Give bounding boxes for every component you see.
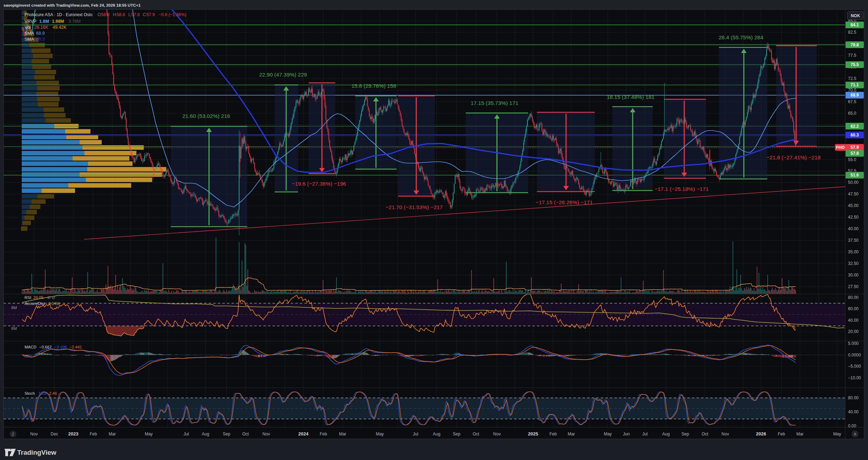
svg-text:Jul: Jul <box>413 432 418 436</box>
svg-text:Sep: Sep <box>453 432 460 436</box>
svg-text:Jun: Jun <box>623 432 630 436</box>
svg-text:Sep: Sep <box>223 432 230 436</box>
svg-text:17.15 (35.73%) 171: 17.15 (35.73%) 171 <box>471 100 518 106</box>
svg-text:Oct: Oct <box>242 432 249 436</box>
svg-text:MACD: MACD <box>25 345 36 349</box>
svg-text:Aug: Aug <box>662 432 669 436</box>
svg-text:40.00: 40.00 <box>848 226 859 231</box>
svg-text:C: C <box>143 12 146 17</box>
svg-text:67.5: 67.5 <box>848 99 856 104</box>
svg-text:−21.70 (−31.53%) −217: −21.70 (−31.53%) −217 <box>385 204 443 210</box>
svg-text:58.8: 58.8 <box>116 12 125 17</box>
svg-text:−0.667: −0.667 <box>39 345 52 349</box>
svg-text:−17.15 (−26.26%) −171: −17.15 (−26.26%) −171 <box>536 199 593 205</box>
svg-text:Feb: Feb <box>320 432 327 436</box>
svg-text:A: A <box>854 432 856 436</box>
svg-text:RSI: RSI <box>25 295 31 300</box>
svg-text:18.15 (37.48%) 181: 18.15 (37.48%) 181 <box>607 94 654 100</box>
svg-text:79.8: 79.8 <box>850 42 859 47</box>
svg-text:Z: Z <box>12 432 14 436</box>
svg-text:Feb: Feb <box>550 432 557 436</box>
svg-text:Dec: Dec <box>51 432 58 436</box>
svg-text:Feb: Feb <box>778 432 785 436</box>
svg-text:L: L <box>128 12 131 17</box>
svg-text:35.00: 35.00 <box>848 249 859 254</box>
svg-text:28.4 (55.75%) 284: 28.4 (55.75%) 284 <box>719 34 763 40</box>
svg-text:Mar: Mar <box>339 432 346 436</box>
svg-text:Stoch: Stoch <box>25 391 35 395</box>
svg-text:1.8M: 1.8M <box>39 19 49 24</box>
svg-text:84.1: 84.1 <box>850 22 859 27</box>
svg-text:32.50: 32.50 <box>848 261 859 266</box>
svg-text:Mar: Mar <box>796 432 804 436</box>
svg-text:May: May <box>376 432 384 436</box>
svg-text:57.8: 57.8 <box>850 151 859 156</box>
svg-text:2.46: 2.46 <box>49 391 57 395</box>
svg-text:6M: 6M <box>11 326 17 331</box>
svg-text:47.50: 47.50 <box>848 192 859 196</box>
svg-text:VRVP: VRVP <box>25 19 36 24</box>
svg-text:savepiginvest created with Tra: savepiginvest created with TradingView.c… <box>4 3 141 7</box>
svg-text:42.50: 42.50 <box>848 215 859 220</box>
svg-text:Photocure ASA · 1D · Euronext: Photocure ASA · 1D · Euronext Oslo <box>25 12 93 17</box>
svg-text:Oct: Oct <box>473 432 479 436</box>
svg-text:Mar: Mar <box>568 432 575 436</box>
svg-text:0.0000: 0.0000 <box>848 353 861 358</box>
svg-text:−3.109: −3.109 <box>54 345 67 349</box>
svg-text:71.1: 71.1 <box>850 82 859 87</box>
svg-text:21.60 (53.02%) 216: 21.60 (53.02%) 216 <box>182 113 230 119</box>
svg-text:60.00: 60.00 <box>848 306 859 311</box>
svg-text:H: H <box>113 12 116 17</box>
svg-text:37.50: 37.50 <box>848 238 859 243</box>
svg-text:40.00: 40.00 <box>848 409 859 414</box>
svg-text:1.98M: 1.98M <box>52 19 64 24</box>
svg-text:1.03: 1.03 <box>39 391 46 395</box>
svg-text:0.00: 0.00 <box>848 424 856 428</box>
svg-text:O: O <box>97 12 101 17</box>
svg-text:−10.00: −10.00 <box>848 375 861 380</box>
svg-text:Oct: Oct <box>702 432 708 436</box>
svg-text:NOK: NOK <box>851 13 860 18</box>
svg-text:60.3: 60.3 <box>850 133 859 138</box>
svg-text:49.42K: 49.42K <box>53 25 67 30</box>
svg-text:68.9: 68.9 <box>850 93 859 98</box>
svg-text:77.5: 77.5 <box>848 53 856 58</box>
svg-text:70.0: 70.0 <box>848 88 856 93</box>
svg-text:SMA: SMA <box>25 31 34 36</box>
svg-text:2023: 2023 <box>68 431 79 436</box>
svg-text:May: May <box>833 432 841 436</box>
svg-text:51.6: 51.6 <box>850 173 859 178</box>
svg-text:57.8: 57.8 <box>131 12 140 17</box>
svg-text:57.9: 57.9 <box>850 145 859 150</box>
svg-text:82.5: 82.5 <box>848 30 856 35</box>
svg-text:Accum/Dist: Accum/Dist <box>25 301 45 306</box>
svg-text:PHO: PHO <box>836 145 845 149</box>
svg-text:Nov: Nov <box>262 432 270 436</box>
svg-text:22.90 (47.39%) 229: 22.90 (47.39%) 229 <box>259 72 307 78</box>
svg-text:45.00: 45.00 <box>848 203 859 208</box>
svg-text:Ø: Ø <box>52 295 55 300</box>
svg-text:62.2: 62.2 <box>850 124 859 129</box>
svg-text:80.00: 80.00 <box>848 295 859 300</box>
svg-text:20.00: 20.00 <box>848 329 859 334</box>
svg-text:65.0: 65.0 <box>848 111 856 116</box>
svg-text:68.9: 68.9 <box>36 31 45 36</box>
svg-text:27.50: 27.50 <box>848 284 859 289</box>
svg-text:5.000: 5.000 <box>848 341 859 346</box>
svg-text:2026: 2026 <box>756 431 766 436</box>
svg-text:2025: 2025 <box>528 431 538 436</box>
svg-text:8M: 8M <box>11 306 17 310</box>
svg-text:−2.441: −2.441 <box>69 345 82 349</box>
svg-text:15.8 (29.76%) 158: 15.8 (29.76%) 158 <box>351 83 396 89</box>
svg-text:−17.1 (−25.18%) −171: −17.1 (−25.18%) −171 <box>654 186 709 192</box>
svg-text:−19.6 (−27.36%) −196: −19.6 (−27.36%) −196 <box>292 181 346 187</box>
svg-text:40.00: 40.00 <box>848 318 859 323</box>
svg-text:Vol: Vol <box>25 25 31 30</box>
svg-text:Ø: Ø <box>47 295 51 300</box>
svg-text:30.00: 30.00 <box>848 273 859 278</box>
svg-text:Nov: Nov <box>721 432 729 436</box>
svg-text:TradingView: TradingView <box>17 449 56 456</box>
svg-text:Jul: Jul <box>183 432 189 436</box>
svg-text:−21.8 (−27.41%) −218: −21.8 (−27.41%) −218 <box>766 154 821 160</box>
svg-text:Sep: Sep <box>681 432 689 436</box>
